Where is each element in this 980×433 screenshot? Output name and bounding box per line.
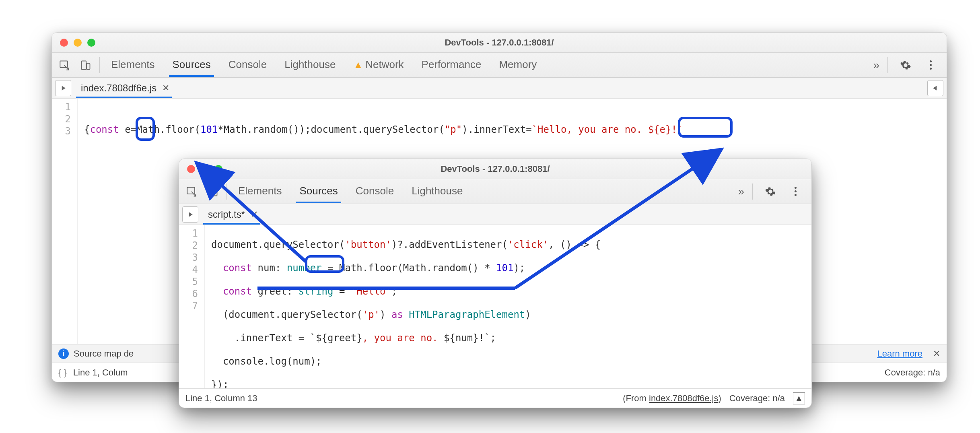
code-editor[interactable]: 1 2 3 4 5 6 7 document.querySelector('bu… [179,225,811,388]
panel-tabs: Elements Sources Console Lighthouse ▲Net… [109,54,538,76]
code-content[interactable]: document.querySelector('button')?.addEve… [205,225,811,388]
kebab-menu-icon[interactable] [921,56,940,75]
infobar-text: Source map de [74,348,134,359]
gear-icon[interactable] [761,182,780,201]
divider [752,184,753,200]
coverage-label: Coverage: n/a [729,393,785,404]
origin-file-link[interactable]: index.7808df6e.js [649,393,718,403]
pretty-print-icon[interactable]: { } [58,367,67,378]
tab-lighthouse[interactable]: Lighthouse [283,54,337,76]
device-toggle-icon[interactable] [203,182,222,201]
tab-memory[interactable]: Memory [497,54,538,76]
coverage-label: Coverage: n/a [885,367,940,378]
close-window-button[interactable] [187,165,195,173]
file-tab[interactable]: index.7808df6e.js ✕ [75,78,173,98]
main-toolbar: Elements Sources Console Lighthouse ▲Net… [52,53,947,78]
tab-console[interactable]: Console [354,180,395,203]
svg-rect-2 [86,63,90,69]
device-toggle-icon[interactable] [76,56,95,75]
show-navigator-icon[interactable] [55,80,71,96]
gear-icon[interactable] [896,56,915,75]
infobar-close-icon[interactable]: ✕ [933,348,940,359]
source-tabbar: index.7808df6e.js ✕ [52,78,947,99]
window-title: DevTools - 127.0.0.1:8081/ [179,164,811,174]
traffic-lights [179,165,222,173]
file-tab[interactable]: script.ts* ✕ [202,205,261,224]
minimize-window-button[interactable] [74,39,82,47]
svg-rect-3 [187,187,195,194]
tab-lighthouse[interactable]: Lighthouse [410,180,464,203]
inspect-icon[interactable] [182,182,202,201]
close-tab-icon[interactable]: ✕ [251,209,258,220]
close-tab-icon[interactable]: ✕ [162,83,169,93]
tab-elements[interactable]: Elements [237,180,283,203]
minimize-window-button[interactable] [201,165,209,173]
divider [226,184,227,200]
inspect-icon[interactable] [55,56,74,75]
titlebar[interactable]: DevTools - 127.0.0.1:8081/ [52,33,947,53]
divider [99,57,100,73]
traffic-lights [52,39,95,47]
file-tab-label: index.7808df6e.js [81,82,156,94]
cursor-position: Line 1, Colum [73,367,128,378]
line-gutter: 1 2 3 [52,99,78,344]
warning-icon: ▲ [353,59,363,70]
expand-icon[interactable]: ▲ [793,392,805,404]
svg-rect-4 [209,187,214,196]
panel-tabs: Elements Sources Console Lighthouse [237,180,464,203]
tab-sources[interactable]: Sources [171,54,212,76]
learn-more-link[interactable]: Learn more [877,348,922,359]
show-navigator-icon[interactable] [182,206,198,223]
show-debugger-icon[interactable] [927,80,943,96]
svg-rect-0 [60,61,68,67]
maximize-window-button[interactable] [214,165,222,173]
line-gutter: 1 2 3 4 5 6 7 [179,225,205,388]
divider [887,57,888,73]
info-icon: i [58,348,69,359]
tab-performance[interactable]: Performance [420,54,483,76]
source-tabbar: script.ts* ✕ [179,204,811,225]
cursor-position: Line 1, Column 13 [185,393,257,404]
more-tabs-icon[interactable]: » [873,59,879,72]
source-origin: (From index.7808df6e.js) [623,393,721,404]
titlebar[interactable]: DevTools - 127.0.0.1:8081/ [179,159,811,179]
statusbar: Line 1, Column 13 (From index.7808df6e.j… [179,388,811,408]
close-window-button[interactable] [60,39,68,47]
window-title: DevTools - 127.0.0.1:8081/ [52,37,947,48]
maximize-window-button[interactable] [87,39,95,47]
main-toolbar: Elements Sources Console Lighthouse » [179,179,811,204]
svg-rect-5 [214,190,217,196]
tab-elements[interactable]: Elements [109,54,156,76]
devtools-window-2: DevTools - 127.0.0.1:8081/ Elements Sour… [179,159,812,408]
more-tabs-icon[interactable]: » [738,185,744,198]
svg-rect-1 [82,61,86,69]
tab-network[interactable]: ▲Network [352,54,405,76]
file-tab-label: script.ts* [208,209,245,220]
tab-console[interactable]: Console [227,54,268,76]
kebab-menu-icon[interactable] [786,182,805,201]
tab-sources[interactable]: Sources [298,180,339,203]
